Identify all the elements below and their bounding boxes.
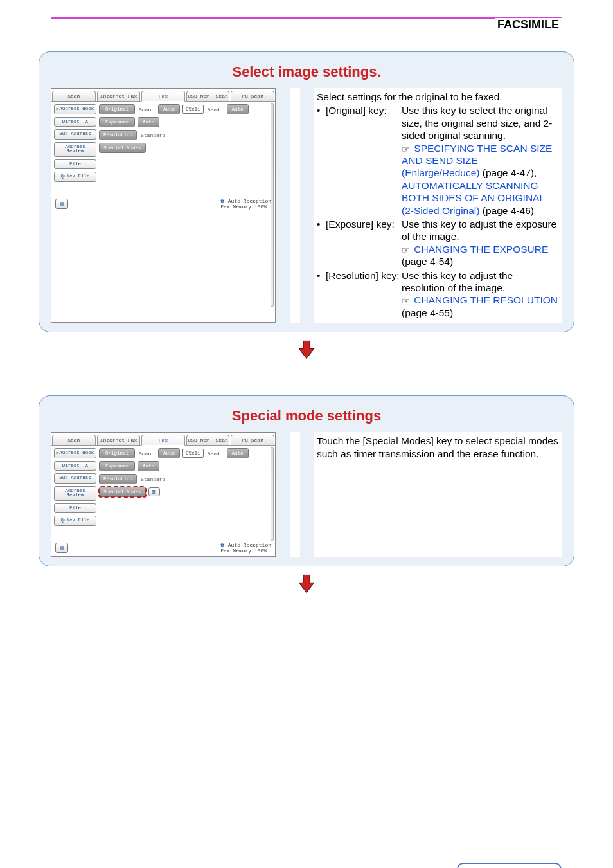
btn-resolution[interactable]: Resolution [99, 474, 137, 484]
link-resolution[interactable]: CHANGING THE RESOLUTION [414, 294, 558, 305]
btn-address-review[interactable]: Address Review [54, 142, 96, 157]
special-modes-body: Touch the [Special Modes] key to select … [317, 435, 558, 458]
tab-fax[interactable]: Fax [141, 91, 185, 102]
val-paper: 8½x11 [182, 105, 204, 114]
preview-icon[interactable]: ▥ [55, 199, 68, 209]
card-title-2: Special mode settings [51, 408, 562, 424]
pointer-icon: ☞ [402, 296, 410, 307]
btn-direct-tx[interactable]: Direct TX [54, 117, 96, 127]
touchpanel-screenshot-1: Scan Internet Fax Fax USB Mem. Scan PC S… [51, 88, 276, 323]
tail-0-0: (page 4-47), [479, 167, 537, 178]
btn-quick-file[interactable]: Quick File [54, 172, 96, 182]
val-exposure[interactable]: Auto [138, 461, 159, 471]
tab-internet-fax[interactable]: Internet Fax [97, 435, 141, 445]
btn-resolution[interactable]: Resolution [99, 130, 137, 140]
lbl-scan: Scan: [138, 107, 155, 113]
lbl-scan: Scan: [138, 451, 155, 457]
status-auto-reception: Auto Reception [228, 198, 271, 204]
section-header: FACSIMILE [495, 18, 562, 32]
contents-button[interactable]: Contents [457, 863, 562, 868]
tab-pc-scan[interactable]: PC Scan [231, 435, 274, 445]
original-key-body: Use this key to select the original size… [402, 105, 552, 141]
phone-icon [220, 198, 225, 204]
link-exposure[interactable]: CHANGING THE EXPOSURE [414, 244, 548, 255]
btn-quick-file[interactable]: Quick File [54, 516, 96, 526]
touchpanel-screenshot-2: Scan Internet Fax Fax USB Mem. Scan PC S… [51, 432, 276, 557]
btn-exposure[interactable]: Exposure [99, 117, 135, 127]
preview-icon[interactable]: ▥ [55, 543, 68, 553]
original-key-label: [Original] key: [326, 104, 402, 217]
btn-original[interactable]: Original [99, 448, 135, 458]
exposure-key-body: Use this key to adjust the exposure of t… [402, 219, 556, 242]
val-send-auto[interactable]: Auto [227, 104, 249, 114]
resolution-key-label: [Resolution] key: [326, 269, 402, 320]
tab-usb-mem-scan[interactable]: USB Mem. Scan [186, 435, 230, 445]
tail-0-1: (page 4-46) [479, 205, 533, 216]
tab-scan[interactable]: Scan [52, 435, 96, 445]
tail-1-0: (page 4-54) [402, 256, 453, 267]
card-title: Select image settings. [51, 64, 562, 80]
val-resolution: Standard [139, 132, 166, 138]
lbl-send: Send: [206, 107, 224, 113]
description-2: Touch the [Special Modes] key to select … [314, 432, 562, 557]
tab-fax[interactable]: Fax [141, 435, 185, 446]
exposure-key-label: [Exposure] key: [326, 218, 402, 268]
pointer-icon: ☞ [402, 245, 410, 257]
val-resolution: Standard [139, 476, 166, 482]
btn-address-book[interactable]: Address Book [54, 104, 96, 114]
description-1: Select settings for the original to be f… [314, 88, 562, 323]
val-exposure[interactable]: Auto [138, 117, 159, 127]
btn-address-review[interactable]: Address Review [54, 486, 96, 501]
btn-special-modes-highlighted[interactable]: Special Modes [99, 487, 146, 497]
btn-direct-tx[interactable]: Direct TX [54, 461, 96, 471]
pointer-icon: ☞ [402, 144, 410, 156]
phone-icon [220, 542, 225, 548]
tab-pc-scan[interactable]: PC Scan [231, 91, 274, 101]
val-send-auto[interactable]: Auto [227, 448, 249, 458]
down-arrow-2 [0, 573, 613, 597]
btn-special-modes[interactable]: Special Modes [99, 143, 146, 153]
btn-exposure[interactable]: Exposure [99, 461, 135, 471]
val-scan-auto[interactable]: Auto [158, 448, 180, 458]
tab-internet-fax[interactable]: Internet Fax [97, 91, 141, 101]
resolution-key-body: Use this key to adjust the resolution of… [402, 270, 513, 293]
btn-file[interactable]: File [54, 503, 96, 514]
status-fax-memory: Fax Memory:100% [220, 204, 267, 210]
btn-address-book[interactable]: Address Book [54, 448, 96, 458]
status-auto-reception: Auto Reception [228, 542, 271, 548]
val-paper: 8½x11 [182, 449, 204, 458]
btn-sub-address[interactable]: Sub Address [54, 473, 96, 484]
scrollbar[interactable] [271, 447, 274, 541]
column-separator [290, 432, 300, 557]
down-arrow-1 [0, 339, 613, 363]
btn-original[interactable]: Original [99, 104, 135, 114]
card-special-modes: Special mode settings Scan Internet Fax … [39, 395, 574, 566]
btn-sub-address[interactable]: Sub Address [54, 129, 96, 140]
tab-usb-mem-scan[interactable]: USB Mem. Scan [186, 91, 230, 101]
intro-text: Select settings for the original to be f… [317, 91, 558, 103]
tab-scan[interactable]: Scan [52, 91, 96, 101]
header-rule [51, 17, 562, 19]
btn-file[interactable]: File [54, 159, 96, 170]
card-image-settings: Select image settings. Scan Internet Fax… [39, 51, 574, 332]
tail-2-0: (page 4-55) [402, 307, 453, 318]
lbl-send: Send: [206, 451, 224, 457]
list-icon[interactable]: ≣ [148, 487, 160, 496]
scrollbar[interactable] [271, 103, 274, 307]
column-separator [290, 88, 300, 323]
status-fax-memory: Fax Memory:100% [220, 548, 267, 554]
val-scan-auto[interactable]: Auto [158, 104, 180, 114]
